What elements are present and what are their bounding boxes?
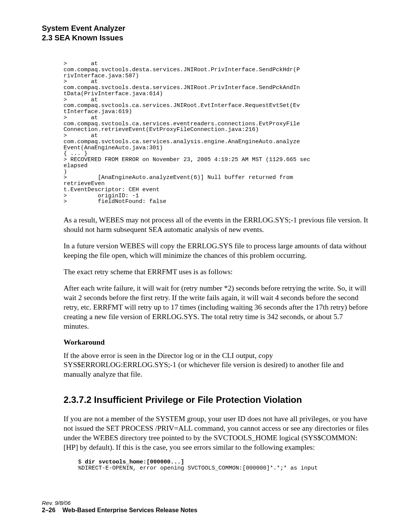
page-content: > at com.compaq.svctools.desta.services.… — [64, 61, 369, 471]
page-footer: Rev. 9/8/06 2–26 Web-Based Enterprise Se… — [42, 500, 198, 514]
paragraph: As a result, WEBES may not process all o… — [64, 216, 369, 235]
error-output-line: %DIRECT-E-OPENIN, error opening SVCTOOLS… — [78, 465, 318, 471]
header-line-1: System Event Analyzer — [42, 24, 369, 33]
command-text: dir svctools_home:[000000...] — [85, 459, 184, 465]
section-heading-2-3-7-2: 2.3.7.2 Insufficient Privilege or File P… — [64, 395, 369, 405]
workaround-heading: Workaround — [64, 338, 369, 347]
paragraph: The exact retry scheme that ERRFMT uses … — [64, 267, 369, 277]
paragraph: After each write failure, it will wait f… — [64, 284, 369, 331]
document-page: System Event Analyzer 2.3 SEA Known Issu… — [0, 0, 411, 532]
header-line-2: 2.3 SEA Known Issues — [42, 33, 369, 43]
prompt: $ — [78, 459, 85, 465]
footer-title-line: 2–26 Web-Based Enterprise Services Relea… — [42, 507, 198, 514]
command-example-block: $ dir svctools_home:[000000...] %DIRECT-… — [78, 459, 369, 471]
running-header: System Event Analyzer 2.3 SEA Known Issu… — [42, 24, 369, 43]
paragraph: If the above error is seen in the Direct… — [64, 351, 369, 380]
page-number: 2–26 — [42, 507, 56, 514]
paragraph: In a future version WEBES will copy the … — [64, 241, 369, 260]
document-title: Web-Based Enterprise Services Release No… — [62, 507, 198, 514]
revision-date: Rev. 9/8/06 — [42, 500, 198, 506]
stack-trace-block: > at com.compaq.svctools.desta.services.… — [64, 61, 369, 205]
paragraph: If you are not a member of the SYSTEM gr… — [64, 414, 369, 452]
